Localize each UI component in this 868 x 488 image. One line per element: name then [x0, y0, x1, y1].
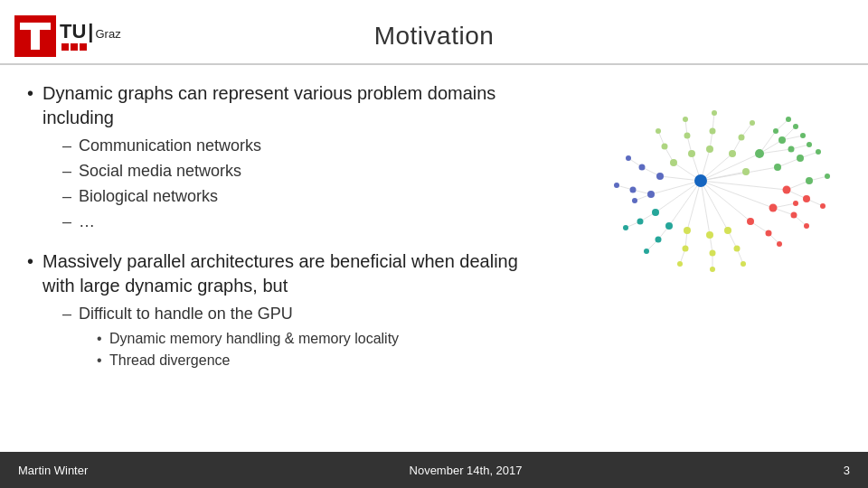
footer-author: Martin Winter [18, 464, 88, 477]
svg-point-98 [623, 225, 628, 230]
svg-line-7 [701, 181, 750, 221]
svg-point-119 [694, 174, 707, 187]
svg-line-13 [651, 181, 701, 194]
logo-tu-text: TU [60, 22, 86, 42]
bullet-dot-1: • [27, 83, 33, 104]
svg-point-84 [724, 227, 731, 234]
list-item: Dynamic memory handling & memory localit… [97, 328, 533, 350]
svg-point-70 [816, 149, 821, 155]
list-item: … [62, 210, 533, 235]
svg-point-67 [786, 117, 791, 122]
svg-point-78 [791, 212, 797, 219]
list-item: Thread divergence [97, 350, 533, 371]
svg-point-76 [820, 203, 826, 209]
svg-point-97 [637, 219, 644, 225]
svg-point-96 [652, 209, 659, 216]
svg-point-80 [804, 223, 809, 229]
svg-point-63 [773, 128, 778, 134]
logo-red-squares [61, 43, 121, 51]
svg-point-72 [806, 177, 813, 184]
svg-point-95 [644, 249, 649, 254]
list-item: Social media networks [62, 159, 533, 184]
svg-point-62 [788, 146, 795, 153]
svg-point-113 [710, 128, 716, 135]
svg-point-111 [683, 117, 688, 122]
svg-point-99 [647, 191, 655, 198]
svg-point-64 [793, 124, 798, 129]
svg-point-71 [774, 164, 781, 171]
logo-graz-text: Graz [95, 27, 120, 41]
svg-point-91 [683, 246, 689, 252]
svg-point-81 [747, 218, 754, 225]
text-section: • Dynamic graphs can represent various p… [27, 81, 542, 452]
svg-point-83 [777, 241, 782, 247]
main-content: • Dynamic graphs can represent various p… [0, 65, 868, 452]
svg-point-73 [825, 174, 830, 179]
slide-header: TU | Graz Motivation [0, 0, 868, 65]
svg-point-90 [684, 227, 691, 234]
svg-point-110 [684, 133, 691, 139]
svg-point-77 [769, 204, 778, 212]
svg-point-100 [630, 187, 637, 193]
svg-point-66 [807, 142, 812, 147]
bullet-2-sub-sublist: Dynamic memory handling & memory localit… [97, 328, 533, 371]
svg-line-10 [687, 181, 701, 230]
svg-point-108 [656, 128, 661, 134]
bullet-1-sublist: Communication networks Social media netw… [62, 134, 533, 235]
svg-point-105 [626, 155, 631, 161]
svg-point-109 [688, 150, 695, 157]
svg-point-102 [632, 198, 637, 203]
network-graph [552, 81, 841, 316]
svg-point-75 [803, 195, 810, 202]
tu-logo-icon [14, 15, 56, 57]
svg-line-11 [669, 181, 701, 226]
svg-point-61 [778, 136, 786, 144]
svg-point-101 [614, 183, 619, 188]
svg-line-19 [701, 172, 746, 181]
svg-point-114 [712, 110, 717, 116]
svg-point-118 [742, 168, 750, 175]
svg-point-103 [656, 173, 664, 180]
svg-point-112 [706, 145, 713, 153]
footer-page: 3 [844, 464, 850, 477]
svg-point-87 [706, 231, 713, 239]
svg-point-65 [800, 133, 806, 138]
list-item: Difficult to handle on the GPU Dynamic m… [62, 302, 533, 372]
svg-line-23 [778, 158, 800, 167]
logo: TU | Graz [14, 15, 121, 57]
svg-point-68 [755, 149, 764, 158]
bullet-2: • Massively parallel architectures are b… [27, 249, 533, 378]
svg-point-117 [750, 120, 755, 126]
slide-title: Motivation [374, 22, 495, 51]
slide-footer: Martin Winter November 14th, 2017 3 [0, 452, 868, 488]
logo-text: TU | Graz [60, 20, 121, 52]
bullet-1: • Dynamic graphs can represent various p… [27, 81, 533, 240]
list-item: Communication networks [62, 134, 533, 159]
list-item: Biological networks [62, 184, 533, 210]
svg-point-82 [766, 230, 772, 237]
svg-point-85 [734, 246, 741, 252]
svg-line-12 [656, 181, 701, 212]
svg-point-104 [639, 164, 646, 171]
svg-point-79 [793, 201, 798, 206]
bullet-2-sublist: Difficult to handle on the GPU Dynamic m… [62, 302, 533, 372]
svg-line-3 [701, 154, 760, 181]
svg-point-94 [656, 237, 662, 243]
graph-section [542, 81, 850, 452]
bullet-dot-2: • [27, 251, 33, 272]
svg-point-88 [710, 250, 716, 257]
svg-point-86 [741, 261, 746, 267]
svg-line-21 [760, 149, 791, 154]
bullet-1-text: Dynamic graphs can represent various pro… [42, 83, 495, 127]
bullet-2-text: Massively parallel architectures are ben… [42, 251, 518, 296]
logo-box [14, 15, 56, 57]
svg-rect-2 [31, 23, 40, 50]
svg-point-106 [670, 159, 677, 166]
svg-point-115 [729, 150, 736, 157]
svg-point-92 [677, 261, 683, 267]
svg-point-69 [797, 155, 804, 162]
svg-point-74 [783, 186, 791, 194]
svg-point-93 [665, 222, 673, 230]
svg-point-107 [662, 144, 668, 150]
svg-point-116 [739, 135, 745, 141]
